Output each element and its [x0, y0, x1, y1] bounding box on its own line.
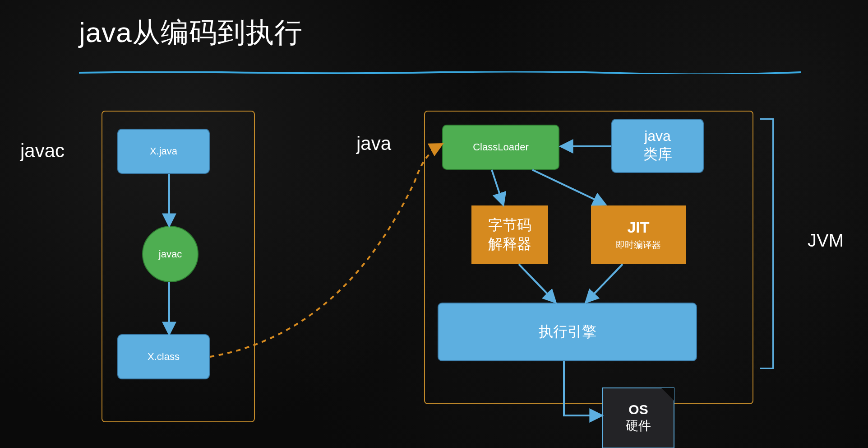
os-line2: 硬件	[626, 417, 651, 434]
jit-subtitle: 即时编译器	[616, 239, 661, 251]
node-xjava: X.java	[117, 129, 210, 174]
node-bytecode-interpreter: 字节码 解释器	[471, 205, 548, 264]
javalib-line1: java	[644, 128, 671, 145]
title-divider	[79, 68, 801, 70]
node-javalib: java 类库	[611, 119, 704, 173]
label-jvm: JVM	[808, 230, 844, 251]
node-execution-engine: 执行引擎	[438, 303, 697, 361]
jvm-bracket	[760, 118, 774, 369]
node-xclass: X.class	[117, 334, 210, 379]
label-javac: javac	[20, 140, 65, 162]
node-javac: javac	[142, 226, 199, 282]
node-jit: JIT 即时编译器	[591, 205, 686, 264]
os-line1: OS	[628, 402, 648, 417]
node-os-hardware: OS 硬件	[602, 387, 674, 448]
bytecode-line1: 字节码	[488, 216, 531, 235]
label-java: java	[356, 133, 391, 154]
javalib-line2: 类库	[643, 145, 672, 164]
node-classloader: ClassLoader	[442, 125, 559, 170]
diagram-title: java从编码到执行	[79, 14, 303, 51]
bytecode-line2: 解释器	[488, 235, 531, 254]
jit-title: JIT	[627, 219, 649, 236]
